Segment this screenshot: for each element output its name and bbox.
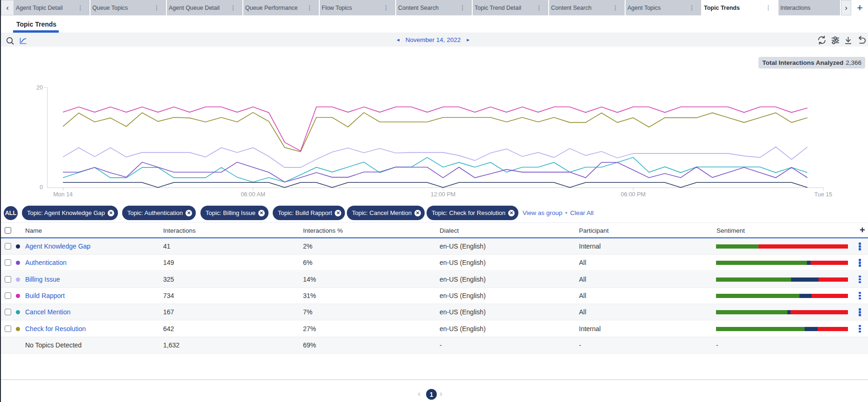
svg-text:Tue 15: Tue 15 xyxy=(814,191,833,198)
svg-text:12:00 PM: 12:00 PM xyxy=(431,191,456,198)
svg-text:06:00 PM: 06:00 PM xyxy=(621,191,646,198)
svg-text:0: 0 xyxy=(40,184,43,191)
svg-text:06:00 AM: 06:00 AM xyxy=(241,191,265,198)
svg-text:Mon 14: Mon 14 xyxy=(53,191,73,198)
svg-text:20: 20 xyxy=(36,84,43,91)
